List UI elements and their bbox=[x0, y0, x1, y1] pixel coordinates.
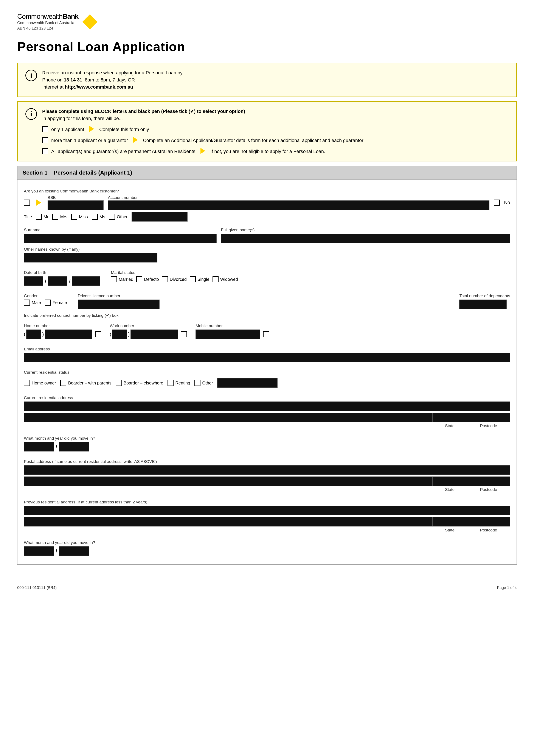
email-input[interactable] bbox=[24, 353, 510, 362]
title-other-label: Other bbox=[117, 214, 127, 219]
bsb-input[interactable] bbox=[48, 201, 104, 210]
current-move-in-year[interactable] bbox=[59, 442, 89, 451]
dob-year[interactable] bbox=[72, 276, 100, 286]
total-dependants-input[interactable] bbox=[459, 300, 507, 309]
option2-label: more than 1 applicant or a guarantor bbox=[51, 137, 128, 144]
title-mrs-checkbox[interactable] bbox=[52, 214, 58, 220]
female-checkbox[interactable] bbox=[45, 300, 51, 306]
title-other-checkbox[interactable] bbox=[109, 214, 115, 220]
account-number-input[interactable] bbox=[108, 201, 490, 210]
home-number-input[interactable] bbox=[45, 330, 92, 339]
defacto-checkbox[interactable] bbox=[136, 276, 142, 282]
title-miss-checkbox[interactable] bbox=[71, 214, 77, 220]
boarder-elsewhere-checkbox[interactable] bbox=[116, 380, 122, 386]
title-ms-checkbox[interactable] bbox=[92, 214, 98, 220]
work-area-input[interactable] bbox=[112, 330, 127, 339]
postal-address-line1-input[interactable] bbox=[24, 465, 510, 475]
home-paren-open: ( bbox=[24, 332, 25, 337]
dob-day[interactable] bbox=[24, 276, 43, 286]
current-address-line2-input[interactable] bbox=[24, 413, 433, 422]
renting-checkbox[interactable] bbox=[167, 380, 173, 386]
residential-other-checkbox[interactable] bbox=[194, 380, 200, 386]
drivers-licence-label: Driver's licence number bbox=[78, 293, 448, 298]
home-owner-checkbox[interactable] bbox=[24, 380, 30, 386]
postal-address-post-input[interactable] bbox=[467, 476, 510, 486]
marital-married: Married bbox=[111, 276, 133, 282]
bsb-label: BSB bbox=[48, 195, 104, 200]
email-section: Email address bbox=[24, 343, 510, 362]
home-area-input[interactable] bbox=[26, 330, 41, 339]
residential-status-section: Current residential status Home owner Bo… bbox=[24, 366, 510, 388]
option2-checkbox[interactable] bbox=[42, 137, 48, 143]
prev-address-line2-input[interactable] bbox=[24, 517, 433, 526]
renting-label: Renting bbox=[175, 381, 190, 386]
option1-arrow bbox=[89, 126, 94, 132]
info-content-2: Please complete using BLOCK letters and … bbox=[42, 108, 509, 155]
prev-move-in-field: / bbox=[24, 546, 510, 556]
home-owner-label: Home owner bbox=[32, 381, 56, 386]
option1-label: only 1 applicant bbox=[51, 126, 84, 133]
title-miss-label: Miss bbox=[79, 214, 88, 219]
boarder-elsewhere-label: Boarder – elsewhere bbox=[124, 381, 164, 386]
status-boarder-parents: Boarder – with parents bbox=[60, 380, 111, 386]
postal-address-section: Postal address (if same as current resid… bbox=[24, 455, 510, 492]
full-given-names-input[interactable] bbox=[221, 233, 510, 243]
male-checkbox[interactable] bbox=[24, 300, 30, 306]
status-home-owner: Home owner bbox=[24, 380, 56, 386]
marital-label: Marital status bbox=[111, 270, 510, 275]
current-address-label: Current residential address bbox=[24, 395, 510, 400]
postal-addr-labels: State Postcode bbox=[24, 487, 510, 492]
yes-checkbox[interactable] bbox=[24, 200, 30, 205]
surname-input[interactable] bbox=[24, 233, 216, 243]
contact-pref-label: Indicate preferred contact number by tic… bbox=[24, 313, 510, 318]
mobile-preferred-checkbox[interactable] bbox=[263, 331, 269, 337]
current-address-post-input[interactable] bbox=[467, 413, 510, 422]
info-line2-prefix: Phone on bbox=[42, 77, 64, 83]
mobile-number-input[interactable] bbox=[195, 330, 260, 339]
option3-checkbox[interactable] bbox=[42, 148, 48, 154]
work-number-label: Work number bbox=[110, 323, 187, 328]
info-content-1: Receive an instant response when applyin… bbox=[42, 69, 509, 91]
option1-checkbox[interactable] bbox=[42, 126, 48, 132]
drivers-licence-input[interactable] bbox=[78, 300, 160, 309]
title-mr-checkbox[interactable] bbox=[36, 214, 42, 220]
prev-address-label: Previous residential address (if at curr… bbox=[24, 500, 510, 504]
postal-address-line2-input[interactable] bbox=[24, 476, 433, 486]
info-line2-suffix: , 8am to 8pm, 7 days OR bbox=[82, 77, 135, 83]
footer-doc-number: 000-111 010111 (BR4) bbox=[17, 585, 57, 590]
title-mr: Mr bbox=[36, 214, 48, 220]
postal-address-state-input[interactable] bbox=[433, 476, 467, 486]
work-preferred-checkbox[interactable] bbox=[181, 331, 187, 337]
widowed-checkbox[interactable] bbox=[213, 276, 218, 282]
title-other-input[interactable] bbox=[132, 212, 188, 222]
work-number-input[interactable] bbox=[131, 330, 178, 339]
bank-name: CommonwealthBank bbox=[17, 13, 79, 20]
current-move-in-month[interactable] bbox=[24, 442, 54, 451]
prev-move-in-year[interactable] bbox=[59, 546, 89, 556]
prev-address-post-input[interactable] bbox=[467, 517, 510, 526]
home-phone-field: ( ) bbox=[24, 330, 92, 339]
home-preferred-checkbox[interactable] bbox=[95, 331, 101, 337]
page-title: Personal Loan Application bbox=[17, 39, 517, 54]
yes-no-row: BSB Account number No bbox=[24, 195, 510, 210]
title-other: Other bbox=[109, 214, 127, 220]
option3-label: All applicant(s) and guarantor(s) are pe… bbox=[51, 148, 195, 155]
no-checkbox[interactable] bbox=[494, 200, 500, 205]
prev-move-in-month[interactable] bbox=[24, 546, 54, 556]
prev-address-line1-input[interactable] bbox=[24, 506, 510, 515]
yes-arrow bbox=[37, 200, 41, 205]
option2-arrow bbox=[133, 137, 138, 143]
dob-month[interactable] bbox=[48, 276, 67, 286]
current-address-state-input[interactable] bbox=[433, 413, 467, 422]
residential-other-input[interactable] bbox=[217, 378, 278, 388]
dob-sep2: / bbox=[67, 278, 72, 284]
info-sub-text: In applying for this loan, there will be… bbox=[42, 116, 123, 121]
boarder-parents-checkbox[interactable] bbox=[60, 380, 66, 386]
prev-address-state-input[interactable] bbox=[433, 517, 467, 526]
married-checkbox[interactable] bbox=[111, 276, 117, 282]
divorced-checkbox[interactable] bbox=[162, 276, 168, 282]
current-address-line1-input[interactable] bbox=[24, 401, 510, 411]
other-names-input[interactable] bbox=[24, 253, 157, 262]
single-checkbox[interactable] bbox=[190, 276, 196, 282]
marital-widowed: Widowed bbox=[213, 276, 238, 282]
